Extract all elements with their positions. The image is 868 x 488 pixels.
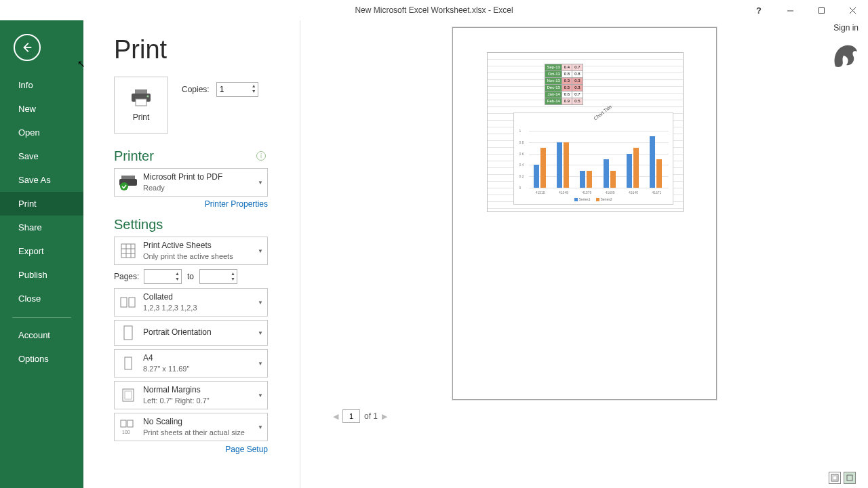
- svg-rect-9: [121, 176, 135, 179]
- scaling-dropdown[interactable]: 100 No ScalingPrint sheets at their actu…: [114, 413, 268, 441]
- svg-rect-19: [124, 326, 132, 340]
- margins-title: Normal Margins: [143, 385, 250, 396]
- pages-to-label: to: [187, 272, 194, 281]
- close-button[interactable]: [837, 0, 868, 20]
- printer-status-icon: [119, 173, 138, 192]
- sidebar-item-open[interactable]: Open: [0, 121, 83, 144]
- svg-rect-1: [818, 7, 824, 13]
- collate-dropdown[interactable]: Collated1,2,3 1,2,3 1,2,3 ▼: [114, 288, 268, 317]
- chevron-down-icon: ▼: [258, 300, 263, 306]
- preview-sheet: Sep-130.40.7Oct-130.80.8Nov-130.30.3Dec-…: [487, 52, 684, 212]
- printer-dropdown[interactable]: Microsoft Print to PDF Ready ▼: [114, 168, 268, 197]
- info-icon[interactable]: i: [256, 151, 266, 161]
- copies-input[interactable]: [220, 85, 245, 94]
- spinner-down-icon[interactable]: ▼: [175, 277, 180, 282]
- back-button[interactable]: [14, 34, 41, 61]
- sidebar-item-info[interactable]: Info: [0, 73, 83, 97]
- svg-rect-23: [121, 420, 126, 427]
- sidebar-item-publish[interactable]: Publish: [0, 263, 83, 287]
- svg-rect-22: [125, 391, 132, 399]
- svg-rect-7: [136, 99, 146, 106]
- chevron-down-icon: ▼: [258, 330, 263, 336]
- sidebar-item-save[interactable]: Save: [0, 144, 83, 168]
- margins-dropdown[interactable]: Normal MarginsLeft: 0.7" Right: 0.7" ▼: [114, 381, 268, 409]
- paper-title: A4: [143, 353, 250, 364]
- paper-dropdown[interactable]: A48.27" x 11.69" ▼: [114, 349, 268, 378]
- pages-from-input[interactable]: [144, 270, 167, 283]
- printer-icon: [130, 88, 153, 107]
- sidebar-item-close[interactable]: Close: [0, 287, 83, 310]
- window-title: New Microsoft Excel Worksheet.xlsx - Exc…: [355, 5, 513, 15]
- svg-rect-17: [121, 298, 127, 307]
- prev-page-button[interactable]: ◀: [333, 412, 338, 421]
- spinner-up-icon[interactable]: ▲: [252, 83, 256, 89]
- scaling-title: No Scaling: [143, 417, 250, 428]
- scaling-icon: 100: [119, 418, 138, 436]
- svg-rect-5: [135, 89, 147, 94]
- preview-data-table: Sep-130.40.7Oct-130.80.8Nov-130.30.3Dec-…: [545, 64, 583, 105]
- page-number-input[interactable]: [342, 409, 360, 423]
- pages-from-spinner[interactable]: ▲▼: [144, 269, 182, 284]
- pages-to-spinner[interactable]: ▲▼: [199, 269, 237, 284]
- page-title: Print: [114, 35, 300, 64]
- svg-rect-20: [125, 357, 132, 369]
- spinner-up-icon[interactable]: ▲: [175, 271, 180, 277]
- portrait-icon: [119, 323, 138, 342]
- svg-rect-28: [847, 475, 852, 481]
- next-page-button[interactable]: ▶: [382, 412, 387, 421]
- margins-icon: [119, 386, 138, 405]
- backstage-sidebar: Info New Open Save Save As Print Share E…: [0, 20, 83, 488]
- paper-sub: 8.27" x 11.69": [143, 364, 250, 373]
- copies-spinner[interactable]: ▲▼: [216, 82, 258, 97]
- spinner-down-icon[interactable]: ▼: [252, 89, 256, 94]
- sidebar-item-saveas[interactable]: Save As: [0, 168, 83, 192]
- orientation-title: Portrait Orientation: [143, 327, 250, 338]
- print-what-title: Print Active Sheets: [143, 241, 250, 251]
- printer-name: Microsoft Print to PDF: [143, 172, 250, 183]
- minimize-button[interactable]: [774, 0, 806, 20]
- titlebar: New Microsoft Excel Worksheet.xlsx - Exc…: [0, 0, 868, 20]
- printer-status: Ready: [143, 183, 250, 192]
- copies-label: Copies:: [182, 85, 210, 94]
- preview-page: Sep-130.40.7Oct-130.80.8Nov-130.30.3Dec-…: [452, 27, 717, 400]
- print-preview-pane: Sep-130.40.7Oct-130.80.8Nov-130.30.3Dec-…: [300, 20, 868, 488]
- collate-title: Collated: [143, 292, 250, 303]
- print-button-label: Print: [133, 113, 150, 122]
- sidebar-item-print[interactable]: Print: [0, 192, 83, 216]
- page-of-label: of 1: [364, 411, 378, 421]
- maximize-button[interactable]: [806, 0, 837, 20]
- collate-icon: [119, 293, 138, 312]
- sidebar-item-options[interactable]: Options: [0, 347, 83, 371]
- pages-label: Pages:: [114, 272, 138, 281]
- svg-rect-12: [121, 244, 135, 258]
- chevron-down-icon: ▼: [258, 392, 263, 399]
- sidebar-item-share[interactable]: Share: [0, 216, 83, 239]
- spinner-down-icon[interactable]: ▼: [231, 277, 235, 282]
- sidebar-item-account[interactable]: Account: [0, 323, 83, 347]
- sidebar-item-export[interactable]: Export: [0, 239, 83, 263]
- svg-rect-27: [833, 476, 837, 480]
- preview-chart: Chart Title 00.20.40.60.8141518415484157…: [513, 113, 673, 205]
- printer-heading: Printer: [114, 148, 300, 164]
- chevron-down-icon: ▼: [258, 180, 263, 186]
- collate-sub: 1,2,3 1,2,3 1,2,3: [143, 303, 250, 312]
- show-margins-button[interactable]: [829, 472, 841, 484]
- svg-text:100: 100: [122, 430, 130, 434]
- sidebar-item-new[interactable]: New: [0, 97, 83, 121]
- orientation-dropdown[interactable]: Portrait Orientation ▼: [114, 320, 268, 346]
- chevron-down-icon: ▼: [258, 248, 263, 254]
- page-setup-link[interactable]: Page Setup: [114, 445, 268, 454]
- preview-page-nav: ◀ of 1 ▶: [300, 409, 868, 423]
- pages-to-input[interactable]: [200, 270, 223, 283]
- zoom-to-page-button[interactable]: [844, 472, 856, 484]
- spinner-up-icon[interactable]: ▲: [231, 271, 235, 277]
- print-button[interactable]: Print: [114, 77, 168, 134]
- svg-point-8: [147, 96, 149, 98]
- svg-point-11: [120, 182, 128, 190]
- printer-properties-link[interactable]: Printer Properties: [114, 199, 268, 209]
- settings-heading: Settings: [114, 217, 300, 232]
- margins-sub: Left: 0.7" Right: 0.7": [143, 396, 250, 405]
- print-what-dropdown[interactable]: Print Active SheetsOnly print the active…: [114, 237, 268, 265]
- help-button[interactable]: ?: [743, 0, 774, 20]
- sheets-icon: [119, 241, 138, 260]
